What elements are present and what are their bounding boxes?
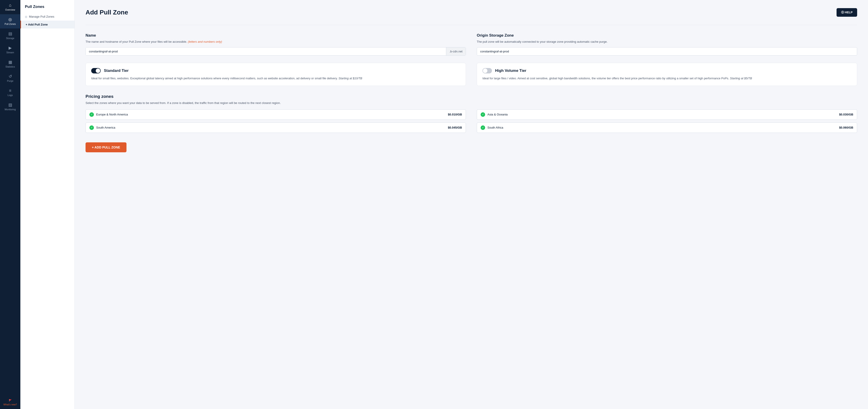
nav-label-stream: Stream xyxy=(6,51,14,54)
origin-title: Origin Storage Zone xyxy=(477,33,857,38)
statistics-icon: ▦ xyxy=(8,60,12,64)
origin-input[interactable] xyxy=(477,47,857,56)
location-icon: ◎ xyxy=(25,15,27,18)
nav-item-stream[interactable]: ▶ Stream xyxy=(0,43,20,57)
pullzone-icon: ◎ xyxy=(8,18,12,22)
name-title: Name xyxy=(86,33,466,38)
high-volume-tier-desc: Ideal for large files / video. Aimed at … xyxy=(483,76,851,81)
pricing-grid: ✓ Europe & North America $0.010/GB ✓ Asi… xyxy=(86,109,857,133)
zone-price-europe-north-america: $0.010/GB xyxy=(448,113,462,116)
name-input[interactable] xyxy=(86,47,446,55)
monitoring-icon: ▨ xyxy=(8,103,12,107)
zone-label-europe-north-america: Europe & North America xyxy=(96,113,128,116)
pricing-description: Select the zones where you want your dat… xyxy=(86,101,857,105)
form-name-origin-grid: Name The name and hostname of your Pull … xyxy=(86,33,857,56)
stream-icon: ▶ xyxy=(9,46,12,50)
standard-tier-name: Standard Tier xyxy=(104,68,128,73)
sidebar-title: Pull Zones xyxy=(20,4,74,13)
zone-price-asia-oceania: $0.030/GB xyxy=(839,113,853,116)
high-volume-tier-toggle-knob xyxy=(483,68,487,73)
check-icon-asia: ✓ xyxy=(480,112,485,117)
nav-label-purge: Purge xyxy=(7,79,13,82)
help-button[interactable]: ⓪ HELP xyxy=(837,8,857,17)
main-header: Add Pull Zone ⓪ HELP xyxy=(86,8,857,17)
home-icon: ⌂ xyxy=(9,3,11,7)
standard-tier-toggle[interactable] xyxy=(91,68,101,73)
pricing-zone-south-africa[interactable]: ✓ South Africa $0.060/GB xyxy=(477,123,857,133)
pricing-zone-asia-oceania[interactable]: ✓ Asia & Oceania $0.030/GB xyxy=(477,109,857,120)
zone-price-south-america: $0.045/GB xyxy=(448,126,462,129)
name-input-row: .b-cdn.net xyxy=(86,47,466,56)
pricing-zone-south-america[interactable]: ✓ South America $0.045/GB xyxy=(86,123,466,133)
pricing-section: Pricing zones Select the zones where you… xyxy=(86,94,857,133)
nav-item-purge[interactable]: ↺ Purge xyxy=(0,71,20,86)
zone-price-south-africa: $0.060/GB xyxy=(839,126,853,129)
standard-tier-desc: Ideal for small files, websites. Excepti… xyxy=(91,76,460,81)
sidebar-item-add[interactable]: + Add Pull Zone xyxy=(20,21,74,29)
nav-label-monitoring: Monitoring xyxy=(4,108,16,111)
nav-label-storage: Storage xyxy=(6,37,14,39)
sidebar-add-label: + Add Pull Zone xyxy=(26,23,48,26)
name-section: Name The name and hostname of your Pull … xyxy=(86,33,466,56)
sidebar: Pull Zones ◎ Manage Pull Zones + Add Pul… xyxy=(20,0,75,409)
name-suffix: .b-cdn.net xyxy=(446,47,466,55)
high-volume-tier-header: High Volume Tier xyxy=(483,68,851,73)
storage-icon: ▤ xyxy=(8,32,12,36)
nav-label-pull-zones: Pull Zones xyxy=(4,23,16,25)
standard-tier-card: Standard Tier Ideal for small files, web… xyxy=(86,63,466,86)
tier-grid: Standard Tier Ideal for small files, web… xyxy=(86,63,857,86)
logs-icon: ≡ xyxy=(9,89,11,93)
add-pull-zone-button[interactable]: + ADD PULL ZONE xyxy=(86,142,126,152)
zone-label-south-america: South America xyxy=(96,126,115,129)
standard-tier-toggle-knob xyxy=(96,68,100,73)
origin-description: The pull zone will be automatically conn… xyxy=(477,39,857,44)
origin-section: Origin Storage Zone The pull zone will b… xyxy=(477,33,857,56)
check-icon-south-america: ✓ xyxy=(89,126,94,130)
pricing-zone-europe-north-america[interactable]: ✓ Europe & North America $0.010/GB xyxy=(86,109,466,120)
nav-item-overview[interactable]: ⌂ Overview xyxy=(0,0,20,14)
pricing-title: Pricing zones xyxy=(86,94,857,99)
nav-label-statistics: Statistics xyxy=(5,65,15,68)
zone-label-asia-oceania: Asia & Oceania xyxy=(487,113,508,116)
nav-item-statistics[interactable]: ▦ Statistics xyxy=(0,57,20,71)
whats-new-label: What's new? xyxy=(3,403,17,406)
zone-label-south-africa: South Africa xyxy=(487,126,503,129)
standard-tier-header: Standard Tier xyxy=(91,68,460,73)
check-icon-south-africa: ✓ xyxy=(480,126,485,130)
sidebar-manage-label: Manage Pull Zones xyxy=(29,15,54,18)
sidebar-item-manage[interactable]: ◎ Manage Pull Zones xyxy=(20,13,74,21)
main-content: Add Pull Zone ⓪ HELP Name The name and h… xyxy=(75,0,868,409)
high-volume-tier-toggle[interactable] xyxy=(483,68,492,73)
nav-label-logs: Logs xyxy=(8,94,13,97)
page-title: Add Pull Zone xyxy=(86,9,128,16)
purge-icon: ↺ xyxy=(9,74,12,78)
left-nav: ⌂ Overview ◎ Pull Zones ▤ Storage ▶ Stre… xyxy=(0,0,20,409)
nav-item-storage[interactable]: ▤ Storage xyxy=(0,29,20,43)
whats-new[interactable]: 🚩 What's new? xyxy=(0,396,20,409)
name-description: The name and hostname of your Pull Zone … xyxy=(86,39,466,44)
nav-label-overview: Overview xyxy=(5,8,15,11)
nav-item-logs[interactable]: ≡ Logs xyxy=(0,86,20,100)
header-divider xyxy=(86,25,857,25)
high-volume-tier-card: High Volume Tier Ideal for large files /… xyxy=(477,63,857,86)
high-volume-tier-name: High Volume Tier xyxy=(495,68,526,73)
flag-icon: 🚩 xyxy=(9,399,12,402)
check-icon-europe: ✓ xyxy=(89,112,94,117)
nav-item-monitoring[interactable]: ▨ Monitoring xyxy=(0,100,20,114)
nav-item-pull-zones[interactable]: ◎ Pull Zones xyxy=(0,14,20,29)
